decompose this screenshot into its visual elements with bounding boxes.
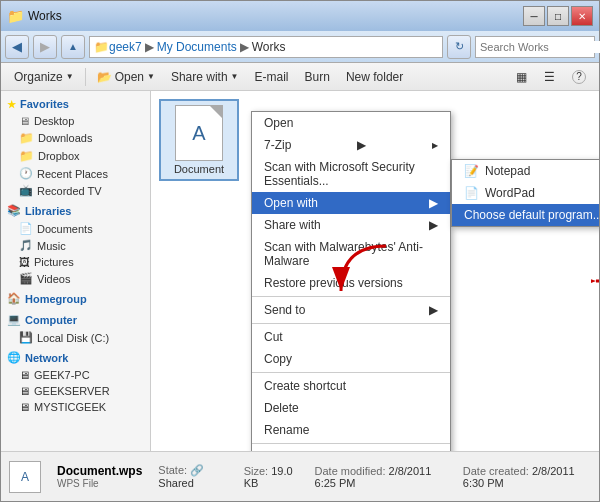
sidebar-item-dropbox[interactable]: 📁 Dropbox	[1, 147, 150, 165]
ctx-restore[interactable]: Restore previous versions	[252, 272, 450, 294]
maximize-button[interactable]: □	[547, 6, 569, 26]
status-created-label: Date created:	[463, 465, 529, 477]
context-menu: Open 7-Zip ▶ Scan with Microsoft Securit…	[251, 111, 451, 451]
up-button[interactable]: ▲	[61, 35, 85, 59]
status-file-type: WPS File	[57, 478, 142, 489]
favorites-header[interactable]: ★ Favorites	[1, 95, 150, 113]
network-header[interactable]: 🌐 Network	[1, 348, 150, 367]
ctx-create-shortcut[interactable]: Create shortcut	[252, 375, 450, 397]
main-area: ★ Favorites 🖥 Desktop 📁 Downloads 📁 Drop…	[1, 91, 599, 451]
breadcrumb-level1[interactable]: My Documents	[157, 40, 237, 54]
ctx-copy-label: Copy	[264, 352, 292, 366]
sidebar-item-mysticgeek[interactable]: 🖥 MYSTICGEEK	[1, 399, 150, 415]
file-item-document[interactable]: A Document	[159, 99, 239, 181]
search-bar[interactable]: 🔍	[475, 36, 595, 58]
sidebar: ★ Favorites 🖥 Desktop 📁 Downloads 📁 Drop…	[1, 91, 151, 451]
ctx-sep1	[252, 296, 450, 297]
disk-icon: 💾	[19, 331, 33, 344]
back-button[interactable]: ◀	[5, 35, 29, 59]
sidebar-item-tv-label: Recorded TV	[37, 185, 102, 197]
status-file-icon: A	[9, 461, 41, 493]
sidebar-item-pictures[interactable]: 🖼 Pictures	[1, 254, 150, 270]
share-arrow-icon: ▼	[231, 72, 239, 81]
ctx-open[interactable]: Open	[252, 112, 450, 134]
ctx-open-with[interactable]: Open with ▶	[252, 192, 450, 214]
sidebar-item-local-disk[interactable]: 💾 Local Disk (C:)	[1, 329, 150, 346]
submenu-wordpad[interactable]: 📄 WordPad	[452, 182, 599, 204]
ctx-rename[interactable]: Rename	[252, 419, 450, 441]
sidebar-item-geekserver-label: GEEKSERVER	[34, 385, 110, 397]
sidebar-item-recent-label: Recent Places	[37, 168, 108, 180]
status-file-type-icon: A	[21, 470, 29, 484]
sidebar-item-recent-places[interactable]: 🕐 Recent Places	[1, 165, 150, 182]
submenu-notepad[interactable]: 📝 Notepad	[452, 160, 599, 182]
burn-button[interactable]: Burn	[298, 66, 337, 88]
close-button[interactable]: ✕	[571, 6, 593, 26]
homegroup-label: Homegroup	[25, 293, 87, 305]
open-button[interactable]: 📂 Open ▼	[90, 66, 162, 88]
explorer-window: 📁 Works ─ □ ✕ ◀ ▶ ▲ 📁 geek7 ▶ My Documen…	[0, 0, 600, 502]
ctx-copy[interactable]: Copy	[252, 348, 450, 370]
sidebar-item-videos-label: Videos	[37, 273, 70, 285]
submenu-choose-default[interactable]: Choose default program...	[452, 204, 599, 226]
sidebar-item-music[interactable]: 🎵 Music	[1, 237, 150, 254]
sidebar-item-downloads[interactable]: 📁 Downloads	[1, 129, 150, 147]
ctx-7zip-arrow: ▶	[357, 138, 366, 152]
ctx-send-to[interactable]: Send to ▶	[252, 299, 450, 321]
status-state: State: 🔗 Shared	[158, 464, 227, 489]
share-button[interactable]: Share with ▼	[164, 66, 246, 88]
sidebar-item-geekserver[interactable]: 🖥 GEEKSERVER	[1, 383, 150, 399]
email-button[interactable]: E-mail	[248, 66, 296, 88]
view-options-button[interactable]: ▦	[509, 66, 534, 88]
ctx-cut[interactable]: Cut	[252, 326, 450, 348]
documents-icon: 📄	[19, 222, 33, 235]
sidebar-item-documents[interactable]: 📄 Documents	[1, 220, 150, 237]
libraries-header[interactable]: 📚 Libraries	[1, 201, 150, 220]
file-icon-large: A	[175, 105, 223, 161]
ctx-properties[interactable]: Properties	[252, 446, 450, 451]
search-input[interactable]	[480, 41, 600, 53]
status-filename: Document.wps	[57, 464, 142, 478]
ctx-send-to-label: Send to	[264, 303, 305, 317]
choose-default-label: Choose default program...	[464, 208, 599, 222]
breadcrumb[interactable]: 📁 geek7 ▶ My Documents ▶ Works	[89, 36, 443, 58]
minimize-button[interactable]: ─	[523, 6, 545, 26]
ctx-share-with-arrow: ▶	[429, 218, 438, 232]
homegroup-section: 🏠 Homegroup	[1, 289, 150, 308]
ctx-rename-label: Rename	[264, 423, 309, 437]
sidebar-item-recorded-tv[interactable]: 📺 Recorded TV	[1, 182, 150, 199]
breadcrumb-root[interactable]: geek7	[109, 40, 142, 54]
sidebar-item-downloads-label: Downloads	[38, 132, 92, 144]
ctx-share-with[interactable]: Share with ▶	[252, 214, 450, 236]
pictures-icon: 🖼	[19, 256, 30, 268]
libraries-section: 📚 Libraries 📄 Documents 🎵 Music 🖼 Pictur…	[1, 201, 150, 287]
refresh-button[interactable]: ↻	[447, 35, 471, 59]
ctx-delete[interactable]: Delete	[252, 397, 450, 419]
view-toggle-button[interactable]: ☰	[537, 66, 562, 88]
ctx-scan-security[interactable]: Scan with Microsoft Security Essentials.…	[252, 156, 450, 192]
status-modified-label: Date modified:	[315, 465, 386, 477]
sidebar-item-desktop-label: Desktop	[34, 115, 74, 127]
server-icon: 🖥	[19, 385, 30, 397]
new-folder-label: New folder	[346, 70, 403, 84]
status-size: Size: 19.0 KB	[244, 465, 299, 489]
sidebar-item-desktop[interactable]: 🖥 Desktop	[1, 113, 150, 129]
homegroup-header[interactable]: 🏠 Homegroup	[1, 289, 150, 308]
breadcrumb-level2: Works	[252, 40, 286, 54]
forward-button[interactable]: ▶	[33, 35, 57, 59]
ctx-properties-label: Properties	[264, 450, 319, 451]
sidebar-item-geek7pc[interactable]: 🖥 GEEK7-PC	[1, 367, 150, 383]
sidebar-item-videos[interactable]: 🎬 Videos	[1, 270, 150, 287]
toolbar-right: ▦ ☰ ?	[509, 66, 593, 88]
videos-icon: 🎬	[19, 272, 33, 285]
back-icon: ◀	[12, 39, 22, 54]
help-button[interactable]: ?	[565, 66, 593, 88]
submenu-wordpad-label: WordPad	[485, 186, 535, 200]
organize-button[interactable]: Organize ▼	[7, 66, 81, 88]
sidebar-item-geek7pc-label: GEEK7-PC	[34, 369, 90, 381]
ctx-scan-malware[interactable]: Scan with Malwarebytes' Anti-Malware	[252, 236, 450, 272]
ctx-7zip[interactable]: 7-Zip ▶	[252, 134, 450, 156]
computer-header[interactable]: 💻 Computer	[1, 310, 150, 329]
new-folder-button[interactable]: New folder	[339, 66, 410, 88]
breadcrumb-sep2: ▶	[240, 40, 249, 54]
